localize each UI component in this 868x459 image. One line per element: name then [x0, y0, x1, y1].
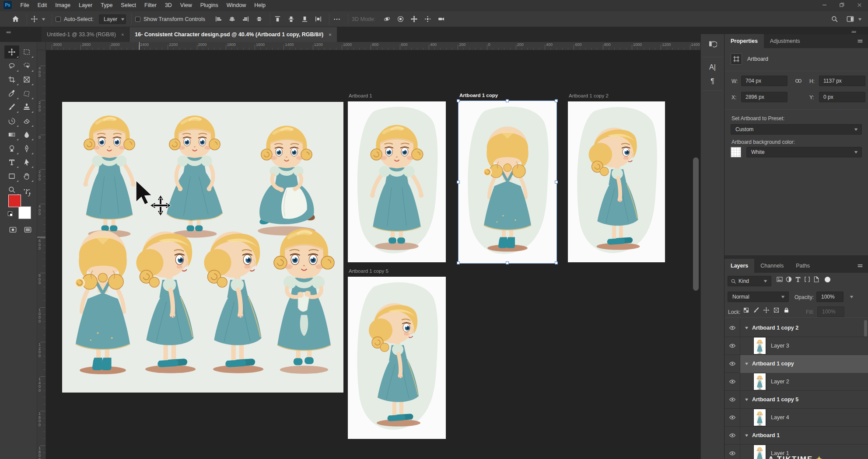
tab-properties[interactable]: Properties	[724, 34, 764, 48]
lock-image-pixels-icon[interactable]	[753, 307, 760, 313]
filter-toggle-icon[interactable]	[825, 277, 830, 282]
align-left-icon[interactable]	[215, 15, 222, 23]
tab-adjustments[interactable]: Adjustments	[764, 34, 806, 48]
photoshop-logo[interactable]: Ps	[4, 1, 12, 9]
opacity-field[interactable]: 100%	[816, 292, 844, 302]
default-colors-icon[interactable]	[8, 212, 12, 216]
panel-menu-icon[interactable]	[857, 38, 864, 45]
selection-handle[interactable]	[457, 261, 460, 264]
vertical-ruler[interactable]: 400200020040060080010001200140016001800	[37, 50, 46, 459]
gradient-tool[interactable]	[4, 128, 19, 141]
selection-handle[interactable]	[506, 99, 509, 102]
document-tab-2[interactable]: 16- Consistent Character design.psd @ 40…	[130, 27, 336, 42]
3d-roll-icon[interactable]	[397, 15, 404, 23]
background-color-dropdown[interactable]: White▼	[746, 147, 862, 157]
history-brush-tool[interactable]	[4, 115, 19, 128]
artboard-label[interactable]: Artboard 1 copy 5	[349, 268, 388, 274]
selection-handle[interactable]	[457, 181, 460, 184]
group-expand-chevron-icon[interactable]: ▼	[744, 362, 749, 366]
eraser-tool[interactable]	[19, 115, 34, 128]
menu-filter[interactable]: Filter	[140, 1, 161, 10]
menu-window[interactable]: Window	[222, 1, 250, 10]
artboard-bg-swatch[interactable]	[731, 147, 741, 157]
layer-group-row-artboard-1-copy[interactable]: ▼Artboard 1 copy	[724, 355, 868, 373]
quick-mask-button[interactable]	[5, 223, 20, 236]
menu-select[interactable]: Select	[117, 1, 140, 10]
layer-thumbnail[interactable]	[754, 409, 766, 426]
filter-smart-objects-icon[interactable]	[813, 276, 820, 283]
lock-artboard-icon[interactable]	[773, 307, 780, 313]
search-icon[interactable]	[831, 15, 838, 23]
lasso-tool[interactable]	[4, 59, 19, 73]
artboard-artboard-1[interactable]	[348, 101, 446, 262]
menu-view[interactable]: View	[176, 1, 196, 10]
reference-sheet-image[interactable]	[62, 102, 343, 393]
patch-tool[interactable]	[19, 87, 34, 100]
blur-tool[interactable]	[19, 128, 34, 141]
document-tab-1[interactable]: Untitled-1 @ 33.3% (RGB/8)×	[42, 27, 130, 42]
layers-scrollbar[interactable]	[864, 320, 867, 337]
align-top-icon[interactable]	[274, 15, 281, 23]
close-button[interactable]	[850, 0, 868, 10]
preset-dropdown[interactable]: Custom▼	[731, 124, 862, 135]
selection-handle[interactable]	[555, 261, 558, 264]
blend-mode-dropdown[interactable]: Normal▼	[728, 292, 789, 302]
3d-orbit-icon[interactable]	[383, 15, 391, 23]
path-selection-tool[interactable]	[19, 156, 34, 169]
distribute-h-icon[interactable]	[315, 15, 322, 23]
rectangle-tool[interactable]	[4, 170, 19, 183]
tool-preset-chevron-icon[interactable]: ▼	[41, 17, 46, 21]
horizontal-ruler[interactable]: 3000280026002400220020001800160014001200…	[46, 42, 700, 50]
layer-group-row-artboard-1-copy-2[interactable]: ▼Artboard 1 copy 2	[724, 319, 868, 337]
layer-group-row-artboard-1[interactable]: ▼Artboard 1	[724, 427, 868, 445]
layer-thumbnail[interactable]	[754, 373, 766, 390]
3d-camera-icon[interactable]	[438, 15, 445, 23]
artboard-artboard-1-copy-5[interactable]	[348, 277, 446, 439]
artboard-artboard-1-copy[interactable]	[458, 101, 556, 263]
filter-adjustment-layers-icon[interactable]	[785, 276, 792, 283]
frame-tool[interactable]	[19, 73, 34, 86]
more-options-icon[interactable]	[333, 15, 341, 23]
crop-tool[interactable]	[4, 73, 19, 86]
distribute-middle-icon[interactable]	[287, 15, 295, 23]
menu-type[interactable]: Type	[97, 1, 117, 10]
y-field[interactable]: 0 px	[819, 92, 865, 102]
layer-visibility-eye-icon[interactable]	[724, 409, 740, 427]
layer-visibility-eye-icon[interactable]	[724, 445, 740, 459]
group-expand-chevron-icon[interactable]: ▼	[744, 397, 749, 402]
tab-close-icon[interactable]: ×	[329, 32, 331, 37]
selection-handle[interactable]	[555, 181, 558, 184]
layer-row-layer-3[interactable]: Layer 3	[724, 337, 868, 355]
align-bottom-icon[interactable]	[301, 15, 308, 23]
layer-visibility-eye-icon[interactable]	[724, 337, 740, 355]
collapse-tools-chevron-icon[interactable]: ««	[6, 29, 10, 35]
auto-select-target-dropdown[interactable]: Layer▼	[99, 14, 126, 24]
hand-tool[interactable]	[19, 170, 34, 183]
align-center-v-icon[interactable]	[256, 15, 263, 23]
layer-group-row-artboard-1-copy-5[interactable]: ▼Artboard 1 copy 5	[724, 391, 868, 409]
eyedropper-tool[interactable]	[4, 87, 19, 100]
layers-panel-menu-icon[interactable]	[857, 262, 864, 269]
expand-panels-chevron-icon[interactable]: »»	[851, 29, 856, 34]
artboard-artboard-1-copy-2[interactable]	[568, 101, 665, 262]
filter-pixel-layers-icon[interactable]	[776, 276, 783, 283]
history-panel-icon[interactable]	[701, 34, 724, 54]
paragraph-panel-icon[interactable]: ¶	[701, 75, 724, 88]
menu-plugins[interactable]: Plugins	[196, 1, 222, 10]
group-expand-chevron-icon[interactable]: ▼	[744, 433, 749, 438]
tab-close-icon[interactable]: ×	[121, 32, 124, 37]
menu-edit[interactable]: Edit	[33, 1, 51, 10]
restore-button[interactable]	[833, 0, 850, 10]
clone-stamp-tool[interactable]	[19, 101, 34, 114]
layer-visibility-eye-icon[interactable]	[724, 319, 740, 337]
artboard-label[interactable]: Artboard 1 copy	[459, 93, 498, 98]
dodge-tool[interactable]	[4, 142, 19, 155]
opacity-chevron-icon[interactable]: ▼	[849, 295, 854, 299]
auto-select-checkbox[interactable]	[56, 17, 61, 22]
pen-tool[interactable]	[19, 142, 34, 155]
selection-handle[interactable]	[506, 261, 509, 264]
group-expand-chevron-icon[interactable]: ▼	[744, 326, 749, 330]
lock-position-icon[interactable]	[763, 307, 770, 313]
home-icon[interactable]	[11, 15, 20, 23]
screen-mode-button[interactable]	[20, 223, 35, 236]
